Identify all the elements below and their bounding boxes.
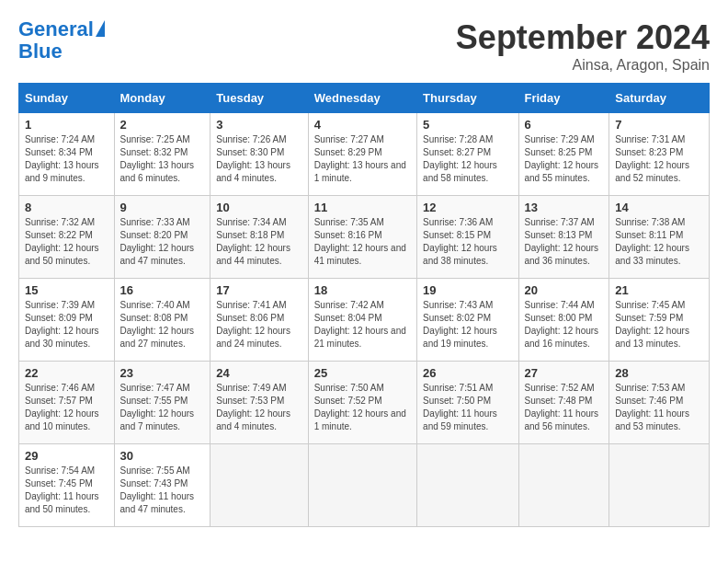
day-info: Sunrise: 7:45 AMSunset: 7:59 PMDaylight:…	[615, 299, 703, 350]
day-info: Sunrise: 7:32 AMSunset: 8:22 PMDaylight:…	[25, 216, 108, 268]
day-number: 21	[615, 283, 703, 297]
calendar-cell: 17Sunrise: 7:41 AMSunset: 8:06 PMDayligh…	[210, 279, 308, 362]
day-info: Sunrise: 7:35 AMSunset: 8:16 PMDaylight:…	[314, 216, 411, 268]
calendar-week-row: 15Sunrise: 7:39 AMSunset: 8:09 PMDayligh…	[19, 279, 710, 362]
calendar-cell: 23Sunrise: 7:47 AMSunset: 7:55 PMDayligh…	[114, 362, 210, 444]
calendar-cell: 24Sunrise: 7:49 AMSunset: 7:53 PMDayligh…	[210, 362, 308, 444]
day-info: Sunrise: 7:52 AMSunset: 7:48 PMDaylight:…	[525, 382, 604, 433]
day-number: 27	[525, 366, 604, 380]
day-info: Sunrise: 7:39 AMSunset: 8:09 PMDaylight:…	[25, 299, 108, 350]
title-area: September 2024 Ainsa, Aragon, Spain	[456, 18, 710, 74]
col-header-tuesday: Tuesday	[210, 84, 308, 113]
calendar-cell: 4Sunrise: 7:27 AMSunset: 8:29 PMDaylight…	[308, 113, 416, 196]
day-number: 30	[120, 449, 205, 463]
calendar-week-row: 1Sunrise: 7:24 AMSunset: 8:34 PMDaylight…	[19, 113, 710, 196]
calendar-cell: 12Sunrise: 7:36 AMSunset: 8:15 PMDayligh…	[417, 196, 518, 279]
calendar-cell: 7Sunrise: 7:31 AMSunset: 8:23 PMDaylight…	[609, 113, 710, 196]
day-number: 9	[120, 201, 205, 214]
col-header-monday: Monday	[114, 84, 210, 113]
calendar-cell: 11Sunrise: 7:35 AMSunset: 8:16 PMDayligh…	[308, 196, 416, 279]
col-header-saturday: Saturday	[609, 84, 710, 113]
day-info: Sunrise: 7:26 AMSunset: 8:30 PMDaylight:…	[216, 133, 301, 185]
day-number: 22	[25, 366, 108, 380]
day-number: 4	[314, 118, 411, 132]
day-info: Sunrise: 7:55 AMSunset: 7:43 PMDaylight:…	[120, 465, 205, 516]
day-info: Sunrise: 7:46 AMSunset: 7:57 PMDaylight:…	[25, 382, 108, 433]
day-number: 28	[615, 366, 703, 380]
day-number: 8	[25, 201, 108, 214]
day-number: 18	[314, 283, 411, 297]
calendar-cell	[210, 444, 308, 527]
location: Ainsa, Aragon, Spain	[456, 57, 710, 74]
calendar-cell: 30Sunrise: 7:55 AMSunset: 7:43 PMDayligh…	[114, 444, 210, 527]
day-info: Sunrise: 7:51 AMSunset: 7:50 PMDaylight:…	[423, 382, 512, 433]
day-info: Sunrise: 7:36 AMSunset: 8:15 PMDaylight:…	[423, 216, 512, 268]
day-number: 3	[216, 118, 301, 132]
calendar-week-row: 29Sunrise: 7:54 AMSunset: 7:45 PMDayligh…	[19, 444, 710, 527]
day-info: Sunrise: 7:37 AMSunset: 8:13 PMDaylight:…	[525, 216, 604, 268]
day-number: 19	[423, 283, 512, 297]
calendar-cell: 22Sunrise: 7:46 AMSunset: 7:57 PMDayligh…	[19, 362, 115, 444]
page-header: General Blue September 2024 Ainsa, Arago…	[18, 18, 710, 74]
day-info: Sunrise: 7:29 AMSunset: 8:25 PMDaylight:…	[525, 133, 604, 185]
day-number: 5	[423, 118, 512, 132]
day-number: 11	[314, 201, 411, 214]
day-number: 12	[423, 201, 512, 214]
day-info: Sunrise: 7:40 AMSunset: 8:08 PMDaylight:…	[120, 299, 205, 350]
day-number: 15	[25, 283, 108, 297]
day-info: Sunrise: 7:31 AMSunset: 8:23 PMDaylight:…	[615, 133, 703, 185]
day-number: 10	[216, 201, 301, 214]
day-info: Sunrise: 7:42 AMSunset: 8:04 PMDaylight:…	[314, 299, 411, 350]
calendar-cell: 19Sunrise: 7:43 AMSunset: 8:02 PMDayligh…	[417, 279, 518, 362]
day-number: 16	[120, 283, 205, 297]
calendar-cell: 6Sunrise: 7:29 AMSunset: 8:25 PMDaylight…	[518, 113, 609, 196]
logo: General Blue	[18, 18, 105, 63]
day-info: Sunrise: 7:24 AMSunset: 8:34 PMDaylight:…	[25, 133, 108, 185]
calendar-cell: 27Sunrise: 7:52 AMSunset: 7:48 PMDayligh…	[518, 362, 609, 444]
day-number: 26	[423, 366, 512, 380]
day-info: Sunrise: 7:50 AMSunset: 7:52 PMDaylight:…	[314, 382, 411, 433]
day-info: Sunrise: 7:49 AMSunset: 7:53 PMDaylight:…	[216, 382, 301, 433]
logo-blue: Blue	[18, 40, 63, 63]
calendar-cell: 9Sunrise: 7:33 AMSunset: 8:20 PMDaylight…	[114, 196, 210, 279]
calendar-cell	[308, 444, 416, 527]
day-info: Sunrise: 7:38 AMSunset: 8:11 PMDaylight:…	[615, 216, 703, 268]
calendar-cell: 21Sunrise: 7:45 AMSunset: 7:59 PMDayligh…	[609, 279, 710, 362]
col-header-thursday: Thursday	[417, 84, 518, 113]
day-info: Sunrise: 7:44 AMSunset: 8:00 PMDaylight:…	[525, 299, 604, 350]
day-info: Sunrise: 7:27 AMSunset: 8:29 PMDaylight:…	[314, 133, 411, 185]
calendar-cell: 10Sunrise: 7:34 AMSunset: 8:18 PMDayligh…	[210, 196, 308, 279]
day-number: 17	[216, 283, 301, 297]
calendar-cell: 16Sunrise: 7:40 AMSunset: 8:08 PMDayligh…	[114, 279, 210, 362]
col-header-wednesday: Wednesday	[308, 84, 416, 113]
calendar-cell	[609, 444, 710, 527]
day-number: 14	[615, 201, 703, 214]
day-number: 1	[25, 118, 108, 132]
day-info: Sunrise: 7:25 AMSunset: 8:32 PMDaylight:…	[120, 133, 205, 185]
month-title: September 2024	[456, 18, 710, 57]
calendar-cell: 29Sunrise: 7:54 AMSunset: 7:45 PMDayligh…	[19, 444, 115, 527]
calendar-cell: 25Sunrise: 7:50 AMSunset: 7:52 PMDayligh…	[308, 362, 416, 444]
day-number: 2	[120, 118, 205, 132]
calendar-cell: 8Sunrise: 7:32 AMSunset: 8:22 PMDaylight…	[19, 196, 115, 279]
day-info: Sunrise: 7:34 AMSunset: 8:18 PMDaylight:…	[216, 216, 301, 268]
calendar-week-row: 8Sunrise: 7:32 AMSunset: 8:22 PMDaylight…	[19, 196, 710, 279]
calendar-cell: 20Sunrise: 7:44 AMSunset: 8:00 PMDayligh…	[518, 279, 609, 362]
calendar-cell: 28Sunrise: 7:53 AMSunset: 7:46 PMDayligh…	[609, 362, 710, 444]
calendar-cell	[518, 444, 609, 527]
day-number: 29	[25, 449, 108, 463]
day-number: 6	[525, 118, 604, 132]
logo-arrow-icon	[96, 20, 105, 37]
calendar-cell: 14Sunrise: 7:38 AMSunset: 8:11 PMDayligh…	[609, 196, 710, 279]
day-number: 20	[525, 283, 604, 297]
day-info: Sunrise: 7:28 AMSunset: 8:27 PMDaylight:…	[423, 133, 512, 185]
day-number: 7	[615, 118, 703, 132]
calendar-cell: 3Sunrise: 7:26 AMSunset: 8:30 PMDaylight…	[210, 113, 308, 196]
day-number: 23	[120, 366, 205, 380]
calendar-cell: 13Sunrise: 7:37 AMSunset: 8:13 PMDayligh…	[518, 196, 609, 279]
calendar-cell: 2Sunrise: 7:25 AMSunset: 8:32 PMDaylight…	[114, 113, 210, 196]
calendar-cell: 18Sunrise: 7:42 AMSunset: 8:04 PMDayligh…	[308, 279, 416, 362]
day-number: 13	[525, 201, 604, 214]
day-info: Sunrise: 7:33 AMSunset: 8:20 PMDaylight:…	[120, 216, 205, 268]
day-number: 24	[216, 366, 301, 380]
